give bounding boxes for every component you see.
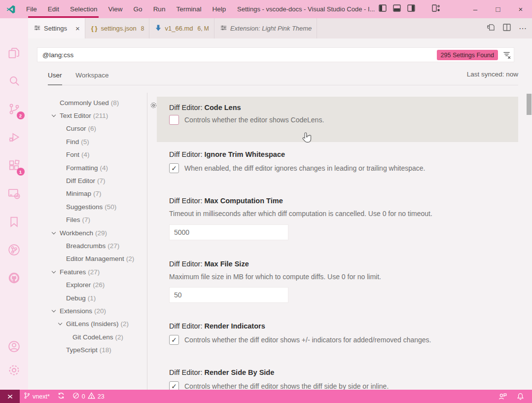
problems-status-item[interactable]: 0 23 xyxy=(69,390,108,403)
layout-controls xyxy=(379,0,440,18)
search-query-text: @lang:css xyxy=(42,51,73,59)
manage-gear-icon xyxy=(7,364,21,377)
setting-description: Maximum file size in MB for which to com… xyxy=(169,273,381,281)
bookmarks-icon xyxy=(8,216,20,228)
extensions-activity-item[interactable]: 1 xyxy=(4,155,24,175)
tab-settings-json[interactable]: { }settings.json8 xyxy=(85,18,150,38)
vscode-logo-icon xyxy=(6,4,16,14)
tab-extension-light-pink-theme[interactable]: Extension: Light Pink Theme xyxy=(214,18,317,38)
json-braces-icon: { } xyxy=(91,25,98,32)
active-tab-top-border xyxy=(28,16,99,18)
setting-description: Controls whether the diff editor shows +… xyxy=(184,336,431,344)
setting-description: Timeout in milliseconds after which diff… xyxy=(169,210,432,218)
checkbox-code-lens[interactable] xyxy=(169,115,179,125)
input-max-computation-time[interactable] xyxy=(169,224,288,240)
menu-view[interactable]: View xyxy=(103,0,128,18)
run-debug-icon xyxy=(8,131,21,144)
settings-search-input[interactable]: @lang:css 295 Settings Found xyxy=(37,47,514,62)
toggle-secondary-sidebar-icon[interactable] xyxy=(407,4,415,14)
tab-close-icon[interactable]: × xyxy=(75,24,80,33)
tab-workspace[interactable]: Workspace xyxy=(75,69,108,85)
sync-status-item[interactable] xyxy=(54,390,69,403)
scrollbar-thumb[interactable] xyxy=(527,94,532,115)
setting-gear-icon[interactable] xyxy=(150,102,157,111)
window-controls: – □ × xyxy=(464,0,532,18)
menu-go[interactable]: Go xyxy=(128,0,148,18)
maximize-button[interactable]: □ xyxy=(487,0,509,18)
manage-gear-activity-item[interactable] xyxy=(4,360,24,380)
sync-icon xyxy=(58,392,65,401)
menu-run[interactable]: Run xyxy=(148,0,171,18)
branch-status-item[interactable]: vnext* xyxy=(20,390,54,403)
errors-icon xyxy=(72,392,79,401)
menu-bar: FileEditSelectionViewGoRunTerminalHelp xyxy=(21,0,231,18)
accounts-icon xyxy=(7,340,21,353)
warnings-count: 23 xyxy=(98,393,105,400)
search-row: @lang:css 295 Settings Found xyxy=(37,47,514,62)
input-max-file-size[interactable] xyxy=(169,287,288,303)
github-icon xyxy=(7,271,21,285)
setting-title-max-computation-time: Diff Editor: Max Computation Time xyxy=(169,197,283,205)
activity-badge: 2 xyxy=(17,111,25,119)
tab-label: v1_66.md xyxy=(165,25,193,32)
menu-help[interactable]: Help xyxy=(207,0,231,18)
open-changes-icon[interactable] xyxy=(487,23,495,34)
last-synced-label: Last synced: now xyxy=(467,71,518,78)
tab-settings[interactable]: Settings× xyxy=(28,18,85,38)
split-editor-icon[interactable] xyxy=(503,24,511,33)
settings-tune-icon xyxy=(220,25,227,33)
setting-description: Controls whether the editor shows CodeLe… xyxy=(184,116,324,124)
tab-user[interactable]: User xyxy=(48,69,62,85)
branch-name: vnext* xyxy=(33,393,50,400)
toggle-primary-sidebar-icon[interactable] xyxy=(379,4,387,14)
run-debug-activity-item[interactable] xyxy=(4,127,24,147)
bookmarks-activity-item[interactable] xyxy=(4,212,24,231)
setting-description: When enabled, the diff editor ignores ch… xyxy=(184,164,426,172)
notifications-bell-icon[interactable] xyxy=(513,393,528,400)
setting-description: Controls whether the diff editor shows t… xyxy=(184,382,389,390)
accounts-activity-item[interactable] xyxy=(4,336,24,356)
activity-badge: 1 xyxy=(17,168,25,176)
warnings-icon xyxy=(88,392,95,401)
clear-filters-icon[interactable] xyxy=(503,51,511,60)
tab-label: Settings xyxy=(44,25,67,32)
source-control-activity-item[interactable]: 2 xyxy=(4,99,24,119)
customize-layout-icon[interactable] xyxy=(432,4,440,14)
explorer-icon xyxy=(7,46,21,60)
menu-edit[interactable]: Edit xyxy=(42,0,65,18)
titlebar: FileEditSelectionViewGoRunTerminalHelp S… xyxy=(0,0,532,18)
setting-title-max-file-size: Diff Editor: Max File Size xyxy=(169,260,249,268)
gitlens-activity-item[interactable] xyxy=(4,240,24,259)
scope-tabs: User Workspace Last synced: now xyxy=(48,69,518,85)
github-activity-item[interactable] xyxy=(4,268,24,288)
settings-count-badge: 295 Settings Found xyxy=(437,50,498,60)
explorer-activity-item[interactable] xyxy=(4,43,24,63)
search-icon xyxy=(8,74,21,87)
remote-explorer-activity-item[interactable] xyxy=(4,183,24,203)
setting-title-render-indicators: Diff Editor: Render Indicators xyxy=(169,322,265,330)
more-actions-icon[interactable]: ⋯ xyxy=(519,24,527,33)
tab-v1-66-md[interactable]: v1_66.md6, M xyxy=(149,18,214,38)
vscode-window: FileEditSelectionViewGoRunTerminalHelp S… xyxy=(0,0,532,403)
search-activity-item[interactable] xyxy=(4,71,24,91)
remote-indicator[interactable] xyxy=(0,390,20,403)
minimize-button[interactable]: – xyxy=(464,0,487,18)
close-button[interactable]: × xyxy=(509,0,532,18)
checkbox-render-indicators[interactable]: ✓ xyxy=(169,335,179,345)
menu-selection[interactable]: Selection xyxy=(65,0,103,18)
toggle-panel-icon[interactable] xyxy=(393,4,401,14)
checkbox-ignore-trim-whitespace[interactable]: ✓ xyxy=(169,163,179,173)
git-branch-icon xyxy=(24,392,30,401)
settings-tune-icon xyxy=(34,25,40,33)
setting-title-code-lens: Diff Editor: Code Lens xyxy=(169,104,241,111)
editor-group: Settings×{ }settings.json8v1_66.md6, MEx… xyxy=(28,18,532,390)
menu-terminal[interactable]: Terminal xyxy=(171,0,207,18)
tab-label: Extension: Light Pink Theme xyxy=(230,25,312,32)
feedback-status-item[interactable] xyxy=(495,393,511,400)
errors-count: 0 xyxy=(82,393,85,400)
settings-list: Diff Editor: Code LensControls whether t… xyxy=(28,90,532,390)
menu-file[interactable]: File xyxy=(21,0,42,18)
settings-body: Commonly Used(8)Text Editor(211)Cursor(6… xyxy=(28,90,532,390)
tab-bar: Settings×{ }settings.json8v1_66.md6, MEx… xyxy=(28,18,532,38)
remote-explorer-icon xyxy=(7,187,21,200)
